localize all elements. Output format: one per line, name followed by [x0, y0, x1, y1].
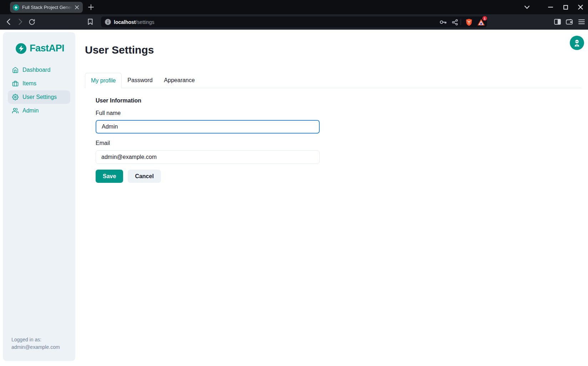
minimize-icon[interactable] [546, 2, 555, 12]
full-name-label: Full name [96, 110, 121, 116]
sidebar-item-items[interactable]: Items [8, 77, 70, 90]
url-host: localhost [114, 19, 136, 25]
reload-icon[interactable] [27, 17, 36, 26]
sidebar-item-label: User Settings [22, 94, 57, 100]
fastapi-logo: FastAPI [16, 43, 75, 54]
tab-title: Full Stack Project Genera [22, 5, 73, 10]
logo-text: FastAPI [30, 43, 64, 54]
sidebar-item-admin[interactable]: Admin [8, 104, 70, 117]
brave-rewards-icon[interactable]: 1 [476, 17, 486, 27]
sidebar: FastAPI Dashboard Items User Settings [3, 32, 75, 361]
url-path: /settings [136, 19, 154, 25]
full-name-field[interactable] [96, 120, 320, 134]
info-icon[interactable] [105, 19, 111, 25]
maximize-icon[interactable] [561, 2, 570, 12]
chevron-down-icon[interactable] [522, 2, 532, 12]
email-label: Email [96, 140, 110, 146]
browser-chrome: Full Stack Project Genera [0, 0, 588, 30]
back-icon[interactable] [4, 17, 13, 26]
section-title: User Information [96, 97, 141, 104]
tab-appearance[interactable]: Appearance [158, 73, 201, 88]
users-icon [12, 107, 19, 114]
logged-in-as: Logged in as: admin@example.com [11, 336, 60, 351]
close-icon[interactable] [74, 4, 80, 11]
logged-in-email: admin@example.com [11, 344, 60, 351]
close-icon[interactable] [576, 2, 585, 12]
sidebar-item-user-settings[interactable]: User Settings [8, 90, 70, 104]
browser-toolbar: localhost/settings 1 [0, 14, 588, 30]
sidebar-item-label: Items [22, 80, 36, 87]
wallet-icon[interactable] [564, 17, 574, 26]
tab-strip: Full Stack Project Genera [0, 0, 588, 14]
address-bar[interactable]: localhost/settings 1 [101, 16, 487, 27]
user-astronaut-icon [573, 39, 581, 47]
share-icon[interactable] [450, 17, 460, 27]
logged-in-label: Logged in as: [11, 336, 60, 344]
tab-password[interactable]: Password [122, 73, 158, 88]
settings-tabs: My profile Password Appearance [85, 73, 582, 88]
window-controls [522, 2, 585, 12]
menu-icon[interactable] [577, 17, 586, 26]
forward-icon[interactable] [16, 17, 25, 26]
sidebar-panel-icon[interactable] [553, 17, 562, 26]
url-text: localhost/settings [114, 16, 154, 27]
save-button[interactable]: Save [96, 170, 123, 183]
divider [461, 19, 461, 25]
bookmark-icon[interactable] [86, 17, 95, 26]
sidebar-nav: Dashboard Items User Settings Admin [3, 63, 75, 117]
new-tab-button[interactable] [87, 3, 95, 11]
browser-tab[interactable]: Full Stack Project Genera [10, 2, 83, 13]
app-page: FastAPI Dashboard Items User Settings [0, 30, 588, 366]
email-field[interactable] [96, 150, 320, 164]
page-title: User Settings [85, 44, 154, 56]
sidebar-item-label: Dashboard [22, 67, 50, 73]
form-actions: Save Cancel [96, 170, 161, 183]
bolt-icon [13, 4, 19, 11]
cancel-button[interactable]: Cancel [128, 170, 161, 183]
briefcase-icon [12, 80, 19, 87]
sidebar-item-dashboard[interactable]: Dashboard [8, 63, 70, 77]
bolt-icon [16, 43, 26, 54]
gear-icon [12, 94, 19, 100]
home-icon [12, 67, 19, 73]
key-icon[interactable] [439, 17, 448, 27]
user-menu-button[interactable] [570, 36, 584, 50]
tab-my-profile[interactable]: My profile [85, 73, 122, 88]
sidebar-item-label: Admin [22, 107, 39, 114]
brave-shield-icon[interactable] [464, 17, 473, 27]
rewards-badge: 1 [482, 16, 487, 21]
